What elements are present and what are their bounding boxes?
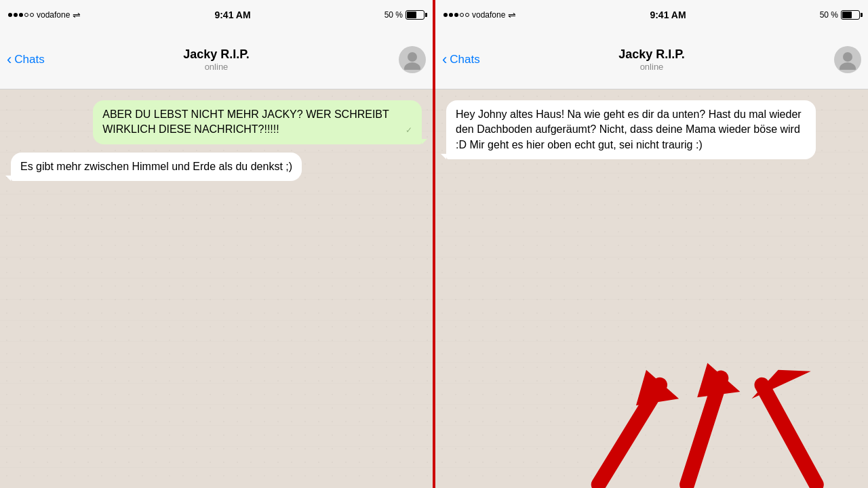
left-checkmark: ✓ (406, 125, 412, 136)
left-nav-title: Jacky R.I.P. (183, 47, 250, 62)
left-chevron-icon: ‹ (7, 52, 12, 67)
svg-marker-7 (697, 363, 740, 397)
right-back-label: Chats (450, 53, 479, 66)
right-avatar-icon (837, 49, 858, 70)
left-time: 9:41 AM (214, 9, 250, 20)
right-nav-title: Jacky R.I.P. (618, 47, 685, 62)
left-messages: ABER DU LEBST NICHT MEHR JACKY? WER SCHR… (0, 89, 433, 192)
signal-dot-3 (19, 13, 23, 17)
left-red-arrow (599, 370, 679, 485)
right-msg3-text: Hey Johny altes Haus! Na wie geht es dir… (456, 108, 802, 150)
left-tail-received (5, 176, 11, 181)
left-battery-pct: 50 % (384, 10, 403, 20)
right-phone-panel: vodafone ⇌ 9:41 AM 50 % ‹ Chats Jacky R.… (435, 0, 868, 488)
svg-line-8 (762, 385, 816, 485)
signal-dot-5 (30, 13, 34, 17)
right-nav-center: Jacky R.I.P. online (618, 47, 685, 72)
left-message-received: Es gibt mehr zwischen Himmel und Erde al… (11, 152, 302, 181)
left-status-bar: vodafone ⇌ 9:41 AM 50 % (0, 0, 433, 30)
right-back-button[interactable]: ‹ Chats (442, 52, 480, 67)
right-chevron-icon: ‹ (442, 52, 447, 67)
right-chat-area: Hey Johny altes Haus! Na wie geht es dir… (435, 89, 868, 488)
right-signal-dot-4 (460, 13, 464, 17)
right-signal-dots (443, 13, 469, 17)
svg-marker-5 (636, 370, 679, 406)
left-back-button[interactable]: ‹ Chats (7, 52, 45, 67)
svg-line-6 (687, 378, 721, 485)
left-phone-panel: vodafone ⇌ 9:41 AM 50 % ‹ Chats Jacky R.… (0, 0, 433, 488)
svg-point-2 (843, 52, 852, 62)
left-tail-sent (422, 139, 427, 144)
signal-dot-2 (14, 13, 18, 17)
left-carrier: vodafone (37, 10, 70, 20)
svg-point-1 (404, 62, 420, 70)
right-battery-fill (842, 12, 852, 18)
right-avatar[interactable] (834, 46, 861, 73)
right-messages: Hey Johny altes Haus! Na wie geht es dir… (435, 89, 868, 170)
right-status-bar: vodafone ⇌ 9:41 AM 50 % (435, 0, 868, 30)
left-nav-center: Jacky R.I.P. online (183, 47, 250, 72)
right-wifi-icon: ⇌ (508, 9, 516, 20)
left-status-right: 50 % (384, 10, 425, 20)
svg-point-3 (840, 62, 856, 70)
left-battery-fill (407, 12, 416, 18)
right-status-right: 50 % (820, 10, 860, 20)
left-wifi-icon: ⇌ (73, 9, 81, 20)
left-msg1-text: ABER DU LEBST NICHT MEHR JACKY? WER SCHR… (102, 108, 389, 135)
left-nav-subtitle: online (183, 62, 250, 72)
right-tail-received (441, 154, 446, 159)
left-msg2-text: Es gibt mehr zwischen Himmel und Erde al… (20, 161, 292, 172)
right-status-left: vodafone ⇌ (443, 9, 516, 20)
left-avatar[interactable] (399, 46, 426, 73)
right-signal-dot-3 (454, 13, 458, 17)
right-nav-subtitle: online (618, 62, 685, 72)
left-message-sent: ABER DU LEBST NICHT MEHR JACKY? WER SCHR… (93, 100, 422, 144)
right-time: 9:41 AM (650, 9, 686, 20)
svg-line-4 (599, 385, 660, 485)
svg-marker-9 (751, 370, 810, 399)
left-signal-dots (8, 13, 34, 17)
right-message-received: Hey Johny altes Haus! Na wie geht es dir… (446, 100, 816, 159)
right-signal-dot-5 (465, 13, 469, 17)
right-nav-bar: ‹ Chats Jacky R.I.P. online (435, 30, 868, 89)
right-battery-bar (841, 10, 860, 20)
right-battery-pct: 50 % (820, 10, 838, 20)
right-carrier: vodafone (472, 10, 505, 20)
left-back-label: Chats (14, 53, 44, 66)
middle-red-arrow (687, 363, 740, 484)
left-nav-bar: ‹ Chats Jacky R.I.P. online (0, 30, 433, 89)
svg-point-0 (408, 52, 417, 62)
left-status-left: vodafone ⇌ (8, 9, 81, 20)
left-battery-bar (406, 10, 425, 20)
right-signal-dot-2 (449, 13, 453, 17)
right-signal-dot-1 (443, 13, 448, 17)
left-avatar-icon (402, 49, 422, 70)
right-red-arrow (751, 370, 816, 485)
left-chat-area: ABER DU LEBST NICHT MEHR JACKY? WER SCHR… (0, 89, 433, 488)
signal-dot-1 (8, 13, 12, 17)
signal-dot-4 (24, 13, 28, 17)
